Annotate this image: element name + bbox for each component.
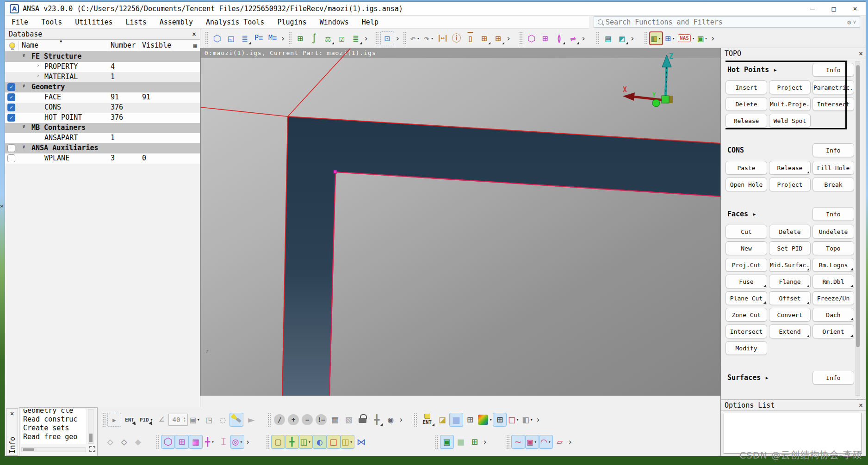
info-button[interactable]: Info: [812, 143, 854, 157]
green-box-plus-icon[interactable]: ⊞: [468, 435, 482, 449]
more-chevron-icon[interactable]: ›: [482, 435, 489, 449]
rm-logos-button[interactable]: Rm.Logos: [812, 258, 854, 272]
multiview-grid-icon[interactable]: ▦: [328, 413, 342, 427]
pid-sections-icon[interactable]: ⊞: [463, 413, 477, 427]
more-chevron-icon[interactable]: ›: [534, 413, 541, 427]
menu-tools[interactable]: Tools: [35, 18, 68, 26]
flange-button[interactable]: Flange: [769, 275, 811, 288]
topo-button[interactable]: Topo: [812, 241, 854, 255]
fold-display-icon[interactable]: ◪: [435, 413, 449, 427]
collapsed-panel-arrow[interactable]: »: [0, 202, 4, 209]
checkbox[interactable]: ✓: [7, 114, 15, 122]
menu-help[interactable]: Help: [355, 18, 385, 26]
menu-file[interactable]: File: [5, 18, 35, 26]
results-cube-icon[interactable]: ▾: [477, 413, 493, 427]
info-tab-label[interactable]: Info: [8, 437, 17, 453]
tree-row-face[interactable]: ✓FACE9191: [5, 92, 200, 103]
set-pid-button[interactable]: Set PID: [769, 241, 811, 255]
multiview-half-icon[interactable]: ▧: [342, 413, 356, 427]
maximize-button[interactable]: □: [823, 2, 844, 16]
project-button[interactable]: Project: [769, 177, 811, 191]
hex-ring-icon[interactable]: ◎▾: [230, 435, 244, 449]
scrollbar-thumb[interactable]: [89, 434, 93, 442]
hot-point-marker[interactable]: [334, 170, 337, 173]
tree-row-fe-structure[interactable]: ∨FE Structure: [5, 52, 200, 62]
open-hole-button[interactable]: Open Hole: [725, 177, 767, 191]
pointer-cursor-icon[interactable]: ►: [243, 413, 259, 427]
project-button[interactable]: Project: [769, 80, 811, 94]
close-button[interactable]: ×: [844, 2, 866, 16]
property-list-icon[interactable]: P≡: [252, 31, 266, 45]
spreadsheet-icon[interactable]: ⊞: [293, 31, 307, 45]
release-button[interactable]: Release: [769, 161, 811, 175]
frame-tool-icon[interactable]: ⊞: [538, 31, 552, 45]
flashlight-highlight-icon[interactable]: ▾: [229, 413, 243, 427]
tree-chevron-icon[interactable]: ∨: [22, 123, 25, 129]
tree-row-property[interactable]: ›PROPERTY4: [5, 62, 200, 72]
fill-hole-button[interactable]: Fill Hole: [812, 161, 854, 175]
green-face-icon[interactable]: ■: [454, 435, 468, 449]
checks-manager-icon[interactable]: ☑: [335, 31, 349, 45]
more-chevron-icon[interactable]: ›: [629, 31, 636, 45]
dashed-cube-icon[interactable]: ◇: [103, 435, 117, 449]
tree-row-hot-point[interactable]: ✓HOT POINT376: [5, 113, 200, 123]
curve-editor-icon[interactable]: ∫: [307, 31, 321, 45]
pink-plane-icon[interactable]: ▱: [553, 435, 567, 449]
tree-row-material[interactable]: ›MATERIAL1: [5, 72, 200, 82]
dropdown-arrow-icon[interactable]: ▾: [236, 417, 238, 422]
ent-select-cursor-icon[interactable]: ENT: [121, 413, 138, 427]
tree-chevron-icon[interactable]: ›: [37, 62, 40, 68]
dropdown-arrow-icon[interactable]: ▾: [150, 417, 153, 422]
green-corner-face-icon[interactable]: ▣: [440, 435, 454, 449]
hex-wire-icon[interactable]: ⬡: [161, 435, 175, 449]
checkbox[interactable]: [7, 154, 15, 162]
viewport-3d[interactable]: 0:maozi(1).igs, Current Part: maozi(1).i…: [200, 48, 720, 396]
visible-minus-icon[interactable]: −: [300, 413, 314, 427]
wireframe-cube-icon[interactable]: ⊞: [493, 413, 507, 427]
widget-layout-icon[interactable]: ╋: [370, 413, 384, 427]
measure-icon[interactable]: ↔: [436, 31, 450, 45]
paste-button[interactable]: Paste: [725, 161, 767, 175]
column-visible[interactable]: Visible: [142, 41, 171, 49]
shade-mode-icon[interactable]: ◩: [615, 31, 629, 45]
scrollbar-thumb[interactable]: [23, 448, 34, 451]
mult-proje--button[interactable]: Mult.Proje.: [769, 97, 811, 111]
plane-cut-button[interactable]: Plane Cut: [725, 291, 767, 305]
more-chevron-icon[interactable]: ›: [709, 31, 716, 45]
dropdown-arrow-icon[interactable]: ▾: [417, 36, 419, 41]
script-editor-icon[interactable]: ≣: [349, 31, 363, 45]
checkbox[interactable]: [7, 144, 15, 152]
pink-mesh-icon[interactable]: ▦: [189, 435, 203, 449]
visible-plus-icon[interactable]: +: [286, 413, 300, 427]
modify-button[interactable]: Modify: [725, 341, 767, 355]
center-target-icon[interactable]: ◉: [384, 413, 397, 427]
feature-angle-icon[interactable]: ∠: [155, 413, 168, 427]
more-chevron-icon[interactable]: ›: [397, 413, 404, 427]
columns-settings-icon[interactable]: ▦: [193, 42, 197, 49]
red-frame-icon[interactable]: □: [327, 435, 341, 449]
menu-assembly[interactable]: Assembly: [153, 18, 199, 26]
tree-row-ansa-auxiliaries[interactable]: ∨ANSA Auxiliaries: [5, 143, 200, 153]
topo-close-icon[interactable]: ×: [859, 49, 863, 58]
solid-cube-icon[interactable]: ◆: [131, 435, 145, 449]
tree-row-cons[interactable]: ✓CONS376: [5, 103, 200, 113]
nas-format-icon[interactable]: NAS▾: [677, 31, 695, 45]
insert-button[interactable]: Insert: [725, 80, 767, 94]
dropdown-arrow-icon[interactable]: ▾: [705, 36, 707, 41]
tree-chevron-icon[interactable]: ∨: [22, 83, 25, 89]
more-chevron-icon[interactable]: ›: [505, 31, 512, 45]
compare-grid-icon[interactable]: ⊞: [477, 31, 491, 45]
search-chevron-down-icon[interactable]: ∨: [853, 19, 856, 25]
break-button[interactable]: Break: [812, 177, 854, 191]
outline-cube-icon[interactable]: □▾: [507, 413, 521, 427]
transparent-cube-icon[interactable]: ◧▾: [521, 413, 534, 427]
options-close-icon[interactable]: ×: [859, 401, 863, 410]
midplane-view-icon[interactable]: ▥▾: [649, 31, 663, 45]
corner-face-icon[interactable]: ▢: [271, 435, 285, 449]
tree-chevron-icon[interactable]: ∨: [22, 52, 25, 58]
dropdown-arrow-icon[interactable]: ▾: [211, 440, 214, 444]
offset-button[interactable]: Offset: [769, 291, 811, 305]
checks-grid-icon[interactable]: ⊞: [491, 31, 505, 45]
corner-select-icon[interactable]: ◳: [202, 413, 216, 427]
yellow-split-icon[interactable]: ◫▾: [341, 435, 354, 449]
